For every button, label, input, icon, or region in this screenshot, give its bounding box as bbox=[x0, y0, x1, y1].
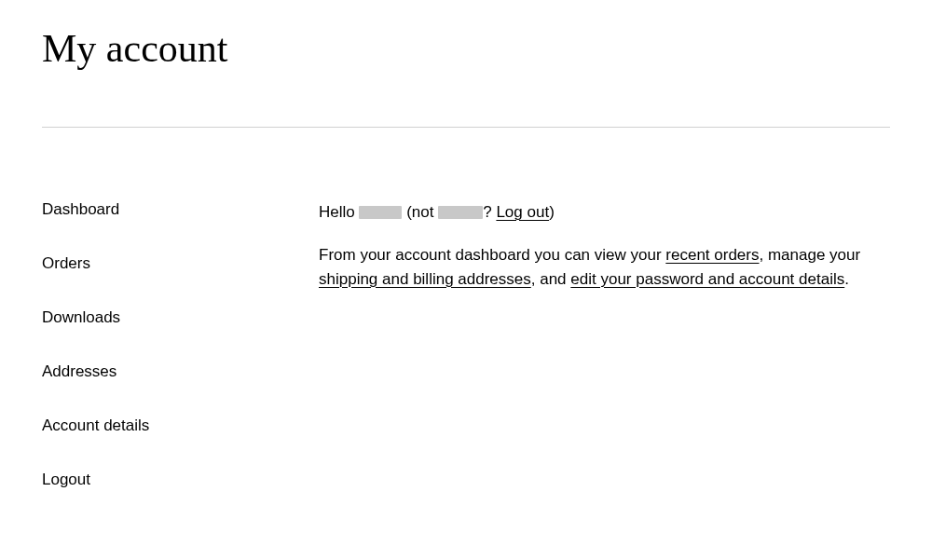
sidebar-item-addresses[interactable]: Addresses bbox=[42, 362, 319, 381]
dash-text-2: , manage your bbox=[759, 246, 860, 264]
sidebar-item-orders[interactable]: Orders bbox=[42, 254, 319, 273]
redacted-username bbox=[359, 206, 402, 219]
sidebar-item-downloads[interactable]: Downloads bbox=[42, 308, 319, 327]
greeting-hello: Hello bbox=[319, 203, 359, 221]
dash-text-3: , and bbox=[531, 270, 571, 288]
dash-text-1: From your account dashboard you can view… bbox=[319, 246, 665, 264]
sidebar-item-dashboard[interactable]: Dashboard bbox=[42, 200, 319, 219]
greeting-not-prefix: (not bbox=[402, 203, 438, 221]
account-details-link[interactable]: edit your password and account details bbox=[570, 270, 844, 288]
dashboard-description: From your account dashboard you can view… bbox=[319, 243, 890, 291]
sidebar-item-account-details[interactable]: Account details bbox=[42, 417, 319, 435]
dash-text-4: . bbox=[844, 270, 849, 288]
redacted-username-confirm bbox=[438, 206, 483, 219]
addresses-link[interactable]: shipping and billing addresses bbox=[319, 270, 531, 288]
divider bbox=[42, 127, 890, 128]
recent-orders-link[interactable]: recent orders bbox=[665, 246, 759, 264]
greeting-line: Hello (not ? Log out) bbox=[319, 200, 890, 225]
logout-link[interactable]: Log out bbox=[496, 203, 549, 221]
greeting-question: ? bbox=[483, 203, 496, 221]
greeting-close-paren: ) bbox=[549, 203, 555, 221]
page-title: My account bbox=[42, 0, 890, 127]
content-wrap: Dashboard Orders Downloads Addresses Acc… bbox=[42, 200, 890, 525]
main-content: Hello (not ? Log out) From your account … bbox=[319, 200, 890, 525]
account-sidebar: Dashboard Orders Downloads Addresses Acc… bbox=[42, 200, 319, 525]
sidebar-item-logout[interactable]: Logout bbox=[42, 471, 319, 489]
